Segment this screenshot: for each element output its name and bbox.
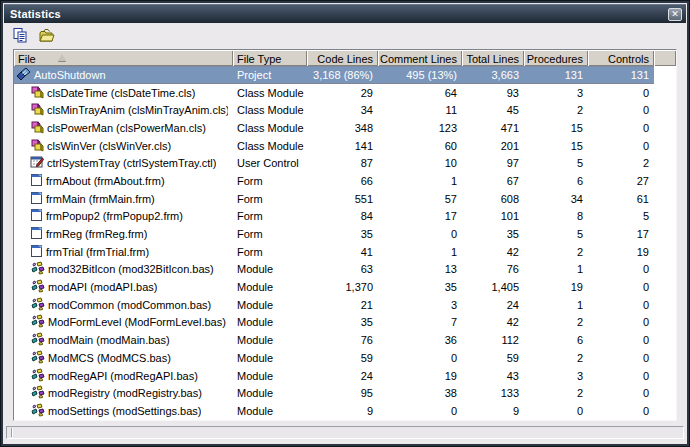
open-folder-button[interactable] [37, 26, 57, 46]
copy-icon [12, 27, 29, 46]
file-type-cell: Class Module [233, 84, 307, 102]
file-name: AutoShutdown [34, 69, 106, 81]
statistics-table: File File Type Code Lines Comment Lines … [13, 49, 677, 421]
procedures-cell: 2 [524, 243, 588, 261]
table-row[interactable]: ctrlSystemTray (ctrlSystemTray.ctl) User… [14, 154, 676, 172]
table-row[interactable]: modAPI (modAPI.bas) Module 1,370 35 1,40… [14, 278, 676, 296]
controls-cell: 131 [588, 66, 654, 84]
comment-lines-cell: 13 [378, 261, 462, 279]
table-row[interactable]: modRegistry (modRegistry.bas) Module 95 … [14, 384, 676, 402]
column-header-label: File [18, 53, 36, 65]
table-row[interactable]: clsWinVer (clsWinVer.cls) Class Module 1… [14, 137, 676, 155]
file-name: ModMCS (ModMCS.bas) [48, 352, 171, 364]
procedures-cell: 2 [524, 101, 588, 119]
module-icon [30, 332, 45, 348]
table-row[interactable]: mod32BitIcon (mod32BitIcon.bas) Module 6… [14, 261, 676, 279]
column-header-comment[interactable]: Comment Lines [378, 50, 462, 66]
column-header-stub [654, 50, 676, 66]
column-header-label: File Type [237, 53, 281, 65]
resize-grip[interactable] [11, 428, 13, 437]
table-row[interactable]: clsDateTime (clsDateTime.cls) Class Modu… [14, 84, 676, 102]
controls-cell: 0 [588, 84, 654, 102]
column-header-total[interactable]: Total Lines [462, 50, 524, 66]
file-type-cell: Form [233, 225, 307, 243]
file-name: clsDateTime (clsDateTime.cls) [47, 87, 195, 99]
toolbar [4, 23, 686, 49]
statistics-window: Statistics ✕ File [0, 0, 690, 447]
column-header-label: Code Lines [317, 53, 373, 65]
code-lines-cell: 84 [307, 208, 378, 226]
column-header-file[interactable]: File [14, 50, 233, 66]
column-header-code[interactable]: Code Lines [307, 50, 378, 66]
file-type-cell: Class Module [233, 137, 307, 155]
file-name: ModFormLevel (ModFormLevel.bas) [48, 316, 226, 328]
total-lines-cell: 112 [462, 331, 524, 349]
code-lines-cell: 95 [307, 384, 378, 402]
table-row[interactable]: clsPowerMan (clsPowerMan.cls) Class Modu… [14, 119, 676, 137]
controls-cell: 61 [588, 190, 654, 208]
file-type-cell: Class Module [233, 119, 307, 137]
module-icon [30, 297, 45, 313]
column-header-label: Procedures [527, 53, 583, 65]
code-lines-cell: 29 [307, 84, 378, 102]
table-row[interactable]: modMain (modMain.bas) Module 76 36 112 6… [14, 331, 676, 349]
table-row[interactable]: modSettings (modSettings.bas) Module 9 0… [14, 402, 676, 420]
code-lines-cell: 63 [307, 261, 378, 279]
code-lines-cell: 35 [307, 314, 378, 332]
controls-cell: 27 [588, 172, 654, 190]
file-name: modMain (modMain.bas) [48, 334, 170, 346]
total-lines-cell: 1,405 [462, 278, 524, 296]
file-type-cell: Module [233, 278, 307, 296]
file-name: modCommon (modCommon.bas) [48, 299, 211, 311]
procedures-cell: 8 [524, 208, 588, 226]
procedures-cell: 2 [524, 384, 588, 402]
controls-cell: 0 [588, 402, 654, 420]
procedures-cell: 1 [524, 296, 588, 314]
table-row[interactable]: frmAbout (frmAbout.frm) Form 66 1 67 6 2… [14, 172, 676, 190]
total-lines-cell: 201 [462, 137, 524, 155]
table-row[interactable]: ModMCS (ModMCS.bas) Module 59 0 59 2 0 [14, 349, 676, 367]
procedures-cell: 15 [524, 137, 588, 155]
controls-cell: 19 [588, 243, 654, 261]
procedures-cell: 6 [524, 331, 588, 349]
file-name: frmReg (frmReg.frm) [46, 228, 147, 240]
file-name: clsPowerMan (clsPowerMan.cls) [47, 122, 206, 134]
table-row[interactable]: frmMain (frmMain.frm) Form 551 57 608 34… [14, 190, 676, 208]
controls-cell: 0 [588, 296, 654, 314]
comment-lines-cell: 1 [378, 243, 462, 261]
file-name: modSettings (modSettings.bas) [48, 405, 201, 417]
file-type-cell: User Control [233, 154, 307, 172]
total-lines-cell: 3,663 [462, 66, 524, 84]
table-row[interactable]: ModFormLevel (ModFormLevel.bas) Module 3… [14, 314, 676, 332]
controls-cell: 0 [588, 314, 654, 332]
table-row[interactable]: modRegAPI (modRegAPI.bas) Module 24 19 4… [14, 367, 676, 385]
window-title: Statistics [10, 8, 61, 20]
column-header-proc[interactable]: Procedures [524, 50, 588, 66]
file-type-cell: Module [233, 384, 307, 402]
table-row[interactable]: frmPopup2 (frmPopup2.frm) Form 84 17 101… [14, 208, 676, 226]
copy-button[interactable] [10, 26, 30, 46]
total-lines-cell: 101 [462, 208, 524, 226]
file-type-cell: Module [233, 331, 307, 349]
comment-lines-cell: 11 [378, 101, 462, 119]
procedures-cell: 3 [524, 84, 588, 102]
table-header: File File Type Code Lines Comment Lines … [14, 50, 676, 66]
class-icon [30, 85, 44, 101]
table-row[interactable]: AutoShutdown Project 3,168 (86%) 495 (13… [14, 66, 676, 84]
comment-lines-cell: 35 [378, 278, 462, 296]
file-name: modRegistry (modRegistry.bas) [48, 387, 202, 399]
close-button[interactable]: ✕ [668, 8, 682, 21]
table-row[interactable]: frmTrial (frmTrial.frm) Form 41 1 42 2 1… [14, 243, 676, 261]
form-icon [30, 244, 43, 260]
code-lines-cell: 41 [307, 243, 378, 261]
table-row[interactable]: frmReg (frmReg.frm) Form 35 0 35 5 17 [14, 225, 676, 243]
column-header-type[interactable]: File Type [233, 50, 307, 66]
column-header-ctrl[interactable]: Controls [588, 50, 654, 66]
code-lines-cell: 9 [307, 402, 378, 420]
open-folder-icon [38, 27, 56, 46]
controls-cell: 17 [588, 225, 654, 243]
table-row[interactable]: modCommon (modCommon.bas) Module 21 3 24… [14, 296, 676, 314]
total-lines-cell: 35 [462, 225, 524, 243]
file-type-cell: Form [233, 243, 307, 261]
table-row[interactable]: clsMinTrayAnim (clsMinTrayAnim.cls) Clas… [14, 101, 676, 119]
